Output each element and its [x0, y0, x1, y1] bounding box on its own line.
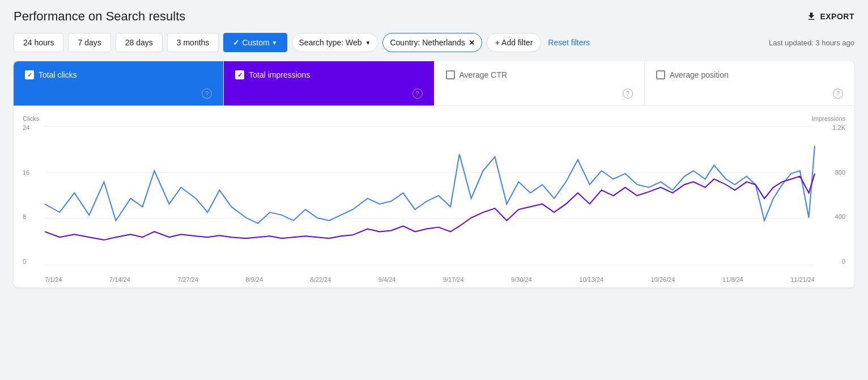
total-impressions-help-icon[interactable]: ?: [412, 88, 423, 99]
time-filter-custom[interactable]: ✓ Custom ▼: [223, 33, 287, 52]
right-axis-labels: 1.2K 800 400 0: [817, 124, 845, 265]
total-clicks-checkbox[interactable]: [25, 70, 34, 79]
chart-area: Clicks 24 16 8 0 Impressions 1.2K 800 40…: [14, 106, 854, 288]
remove-country-icon[interactable]: ✕: [469, 39, 475, 47]
metric-average-position[interactable]: Average position ?: [645, 61, 854, 105]
chart-svg-container: [45, 126, 815, 265]
filters-row: 24 hours 7 days 28 days 3 months ✓ Custo…: [14, 33, 854, 52]
average-ctr-help-icon[interactable]: ?: [623, 88, 633, 99]
export-button[interactable]: EXPORT: [806, 11, 854, 22]
add-filter-button[interactable]: + Add filter: [487, 33, 542, 52]
time-filter-7d[interactable]: 7 days: [68, 33, 110, 52]
line-chart: [45, 126, 815, 265]
search-type-filter[interactable]: Search type: Web ▼: [292, 33, 378, 52]
left-axis-labels: 24 16 8 0: [23, 124, 45, 265]
metric-total-impressions[interactable]: Total impressions ?: [224, 61, 434, 105]
time-filter-3m[interactable]: 3 months: [167, 33, 219, 52]
time-filter-24h[interactable]: 24 hours: [14, 33, 63, 52]
export-icon: [806, 11, 816, 22]
metrics-row: Total clicks ? Total impressions ?: [14, 61, 854, 106]
average-ctr-checkbox[interactable]: [446, 70, 455, 79]
left-axis-title: Clicks: [23, 115, 39, 122]
last-updated-text: Last updated: 3 hours ago: [769, 39, 854, 47]
reset-filters-button[interactable]: Reset filters: [546, 33, 592, 52]
right-axis-title: Impressions: [812, 115, 845, 122]
average-position-help-icon[interactable]: ?: [833, 88, 843, 99]
average-position-checkbox[interactable]: [656, 70, 665, 79]
page-title: Performance on Search results: [14, 9, 185, 24]
total-clicks-help-icon[interactable]: ?: [202, 88, 212, 99]
country-filter[interactable]: Country: Netherlands ✕: [382, 33, 482, 52]
time-filter-28d[interactable]: 28 days: [116, 33, 163, 52]
x-axis-labels: 7/1/24 7/14/24 7/27/24 8/9/24 8/22/24 9/…: [45, 276, 815, 283]
performance-card: Total clicks ? Total impressions ?: [14, 61, 854, 288]
total-impressions-checkbox[interactable]: [235, 70, 244, 79]
metric-average-ctr[interactable]: Average CTR ?: [435, 61, 645, 105]
metric-total-clicks[interactable]: Total clicks ?: [14, 61, 224, 105]
